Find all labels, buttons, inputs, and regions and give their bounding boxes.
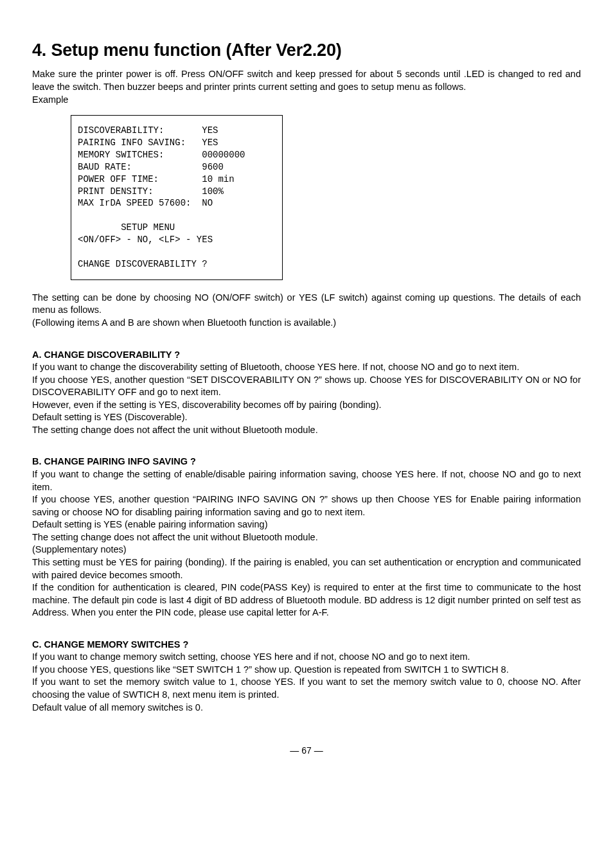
section-b-body: If you want to change the setting of ena… — [32, 468, 581, 619]
section-b-p2: If you choose YES, another question “PAI… — [32, 493, 581, 518]
section-b-p4: The setting change does not affect the u… — [32, 531, 581, 544]
section-b-p7: If the condition for authentication is c… — [32, 581, 581, 619]
section-a-p1: If you want to change the discoverabilit… — [32, 361, 581, 374]
section-b-heading: B. CHANGE PAIRING INFO SAVING ? — [32, 456, 581, 468]
section-b-p6: This setting must be YES for pairing (bo… — [32, 556, 581, 581]
section-c-p3: If you want to set the memory switch val… — [32, 676, 581, 701]
after-example-p2: (Following items A and B are shown when … — [32, 317, 581, 330]
section-a-p5: The setting change does not affect the u… — [32, 424, 581, 437]
section-a-p2: If you choose YES, another question “SET… — [32, 374, 581, 399]
section-c-p2: If you choose YES, questions like “SET S… — [32, 664, 581, 677]
intro-p1: Make sure the printer power is off. Pres… — [32, 68, 581, 93]
page-number: — 67 — — [32, 745, 581, 757]
page-title: 4. Setup menu function (After Ver2.20) — [32, 39, 581, 62]
example-printout-box: DISCOVERABILITY: YES PAIRING INFO SAVING… — [71, 115, 283, 280]
section-c-p4: Default value of all memory switches is … — [32, 702, 581, 714]
section-c-p1: If you want to change memory switch sett… — [32, 651, 581, 664]
section-a-heading: A. CHANGE DISCOVERABILITY ? — [32, 349, 581, 362]
intro-block: Make sure the printer power is off. Pres… — [32, 68, 581, 106]
section-b-p1: If you want to change the setting of ena… — [32, 468, 581, 493]
section-a-body: If you want to change the discoverabilit… — [32, 361, 581, 436]
section-b-p3: Default setting is YES (enable pairing i… — [32, 518, 581, 531]
example-printout: DISCOVERABILITY: YES PAIRING INFO SAVING… — [78, 125, 276, 270]
section-a-p3: However, even if the setting is YES, dis… — [32, 399, 581, 412]
section-b-p5: (Supplementary notes) — [32, 544, 581, 556]
section-a-p4: Default setting is YES (Discoverable). — [32, 411, 581, 424]
section-c-heading: C. CHANGE MEMORY SWITCHES ? — [32, 639, 581, 651]
intro-example-label: Example — [32, 94, 581, 107]
after-example-block: The setting can be done by choosing NO (… — [32, 292, 581, 330]
after-example-p1: The setting can be done by choosing NO (… — [32, 292, 581, 317]
section-c-body: If you want to change memory switch sett… — [32, 651, 581, 714]
